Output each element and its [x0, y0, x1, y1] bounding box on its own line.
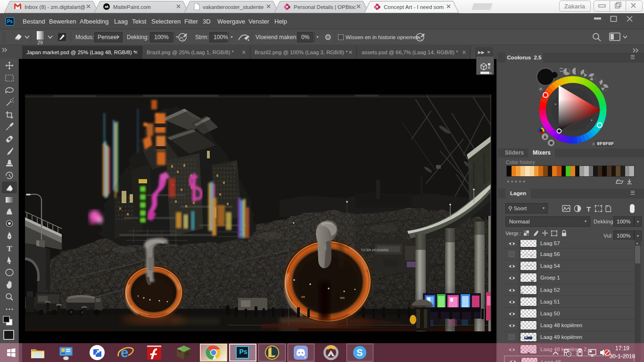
svg-text:T: T	[7, 244, 12, 253]
svg-text:T: T	[586, 205, 591, 213]
svg-text:29: 29	[37, 40, 43, 45]
svg-text:e: e	[121, 345, 129, 360]
svg-text:Zakaria: Zakaria	[564, 3, 586, 10]
svg-text:0F0F0F: 0F0F0F	[597, 141, 614, 147]
svg-text:S: S	[356, 347, 363, 358]
svg-text:Inbox (8) - zm.digitalart@: Inbox (8) - zm.digitalart@	[25, 4, 85, 10]
svg-text:DRAGON REST: DRAGON REST	[361, 248, 388, 252]
svg-text:vakantierooster_studente: vakantierooster_studente	[203, 4, 264, 10]
svg-text:Concept Art - I need som: Concept Art - I need som	[384, 4, 444, 10]
svg-text:#: #	[592, 142, 595, 147]
svg-text:Personal Details | OPBloc: Personal Details | OPBloc	[294, 4, 356, 10]
svg-text:MattePaint.com: MattePaint.com	[113, 4, 151, 10]
